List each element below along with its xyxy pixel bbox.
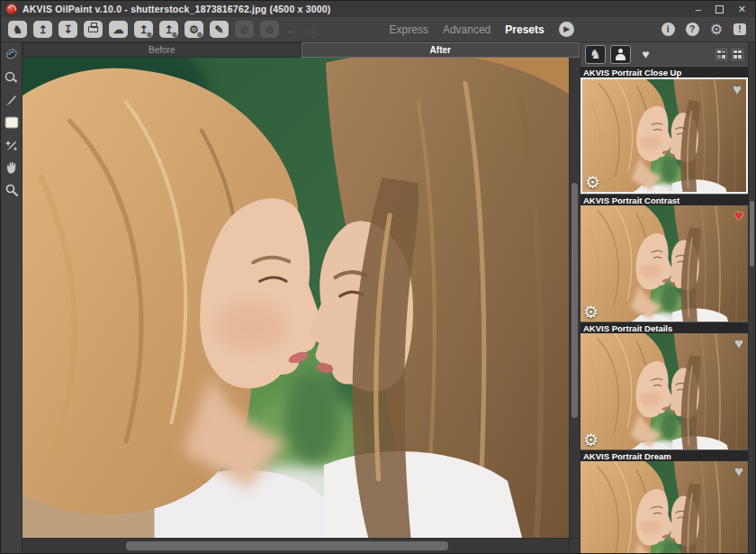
main-area: Before After ♞	[1, 42, 755, 553]
tab-after[interactable]: After	[302, 42, 580, 58]
redo-arrow-icon: →	[305, 23, 319, 36]
preset-item[interactable]: AKVIS Portrait Details ♥ ⚙	[580, 322, 748, 450]
preset-name: AKVIS Portrait Dream	[580, 450, 748, 461]
window-title: AKVIS OilPaint v.10.0 - shutterstock_187…	[22, 4, 690, 14]
favorite-heart-icon[interactable]: ♥	[734, 464, 743, 479]
tool-column	[1, 42, 22, 553]
preset-item[interactable]: AKVIS Portrait Contrast ♥ ⚙	[580, 194, 748, 322]
batch-processing-button[interactable]: ⚙⚙	[184, 21, 203, 38]
open-image-button[interactable]: ↥	[33, 21, 52, 38]
app-window: AKVIS OilPaint v.10.0 - shutterstock_187…	[0, 0, 756, 554]
edit-button[interactable]: ✎	[210, 21, 229, 38]
presets-panel-header: ♞ ♥	[580, 42, 748, 66]
panel-scrollbar[interactable]	[748, 42, 755, 553]
share-button[interactable]: ☁	[109, 21, 128, 38]
preferences-gear-icon[interactable]: ⚙	[710, 23, 723, 37]
akvis-presets-toggle[interactable]: ♞	[585, 45, 606, 64]
canvas-horizontal-scrollbar[interactable]	[22, 539, 569, 553]
app-logo-icon	[6, 4, 17, 14]
import-presets-button[interactable]: ↥⚙	[134, 21, 153, 38]
preset-settings-gear-icon[interactable]: ⚙	[583, 431, 598, 449]
preset-settings-gear-icon[interactable]: ⚙	[585, 174, 600, 191]
about-icon[interactable]: i	[662, 23, 675, 36]
preset-name: AKVIS Portrait Close Up	[580, 66, 748, 77]
tab-before[interactable]: Before	[22, 42, 302, 58]
maximize-button[interactable]	[716, 5, 724, 14]
portrait-presets-toggle[interactable]	[610, 45, 631, 64]
save-image-button[interactable]: ↧	[58, 21, 77, 38]
person-icon	[615, 49, 626, 60]
presets-panel: ♞ ♥ AKVIS Portrait Close Up ♥ ⚙ A	[580, 42, 748, 553]
preset-item[interactable]: AKVIS Portrait Dream ♥ ⚙	[580, 450, 748, 553]
brush-tool[interactable]	[4, 92, 20, 108]
before-after-tabbar: Before After	[22, 42, 580, 58]
printer-icon	[88, 26, 98, 32]
help-icon[interactable]: ?	[686, 23, 699, 36]
preset-thumbnail[interactable]: ♥ ⚙	[580, 77, 748, 194]
print-button[interactable]	[84, 21, 103, 38]
history-brush-tool[interactable]	[4, 137, 20, 153]
akvis-logo-icon[interactable]: ♞	[8, 21, 27, 38]
undo-arrow-icon: ←	[285, 23, 299, 36]
close-button[interactable]: ✕	[738, 5, 746, 14]
preset-item[interactable]: AKVIS Portrait Close Up ♥ ⚙	[580, 66, 748, 194]
canvas-area: Before After	[22, 42, 580, 553]
scrollbar-corner	[569, 539, 580, 553]
smudge-tool[interactable]	[4, 69, 20, 86]
preset-thumbnail[interactable]: ♥ ⚙	[580, 333, 748, 450]
preset-settings-gear-icon[interactable]: ⚙	[583, 304, 598, 321]
vertical-scroll-thumb[interactable]	[572, 183, 578, 418]
disabled-action-icon: ⊘	[260, 21, 279, 38]
list-view-icon[interactable]	[716, 49, 727, 60]
grid-view-icon[interactable]	[732, 49, 743, 60]
favorite-heart-icon[interactable]: ♥	[734, 336, 743, 351]
run-button[interactable]: ▶	[559, 22, 574, 37]
zoom-tool[interactable]	[4, 182, 20, 198]
hand-tool[interactable]	[4, 159, 20, 176]
preset-thumbnail[interactable]: ♥ ⚙	[580, 461, 748, 553]
minimize-button[interactable]: –	[696, 5, 701, 14]
image-canvas[interactable]	[22, 58, 569, 538]
preset-name: AKVIS Portrait Contrast	[580, 194, 748, 205]
favorites-toggle[interactable]: ♥	[635, 45, 656, 64]
preset-list: AKVIS Portrait Close Up ♥ ⚙ AKVIS Portra…	[580, 66, 748, 553]
mode-presets[interactable]: Presets	[505, 23, 544, 36]
preset-name: AKVIS Portrait Details	[580, 322, 748, 333]
feedback-icon[interactable]: !	[734, 23, 746, 35]
toolbar: ♞ ↥ ↧ ☁ ↥⚙ ↥⚙ ⚙⚙ ✎ ⊘ ⊘ ← → Express Advan…	[1, 17, 755, 42]
favorite-heart-icon[interactable]: ♥	[734, 208, 743, 223]
quick-preview-tool[interactable]	[4, 47, 20, 63]
panel-scroll-thumb[interactable]	[750, 201, 754, 268]
mode-express[interactable]: Express	[390, 23, 428, 36]
favorite-heart-icon[interactable]: ♥	[733, 82, 742, 97]
preset-thumbnail[interactable]: ♥ ⚙	[580, 205, 748, 322]
canvas-vertical-scrollbar[interactable]	[569, 58, 580, 538]
disabled-action-icon: ⊘	[235, 21, 254, 38]
color-swatch[interactable]	[4, 114, 20, 131]
mode-advanced[interactable]: Advanced	[443, 23, 490, 36]
export-presets-button[interactable]: ↥⚙	[159, 21, 178, 38]
title-bar: AKVIS OilPaint v.10.0 - shutterstock_187…	[1, 1, 755, 17]
horizontal-scroll-thumb[interactable]	[126, 541, 448, 550]
